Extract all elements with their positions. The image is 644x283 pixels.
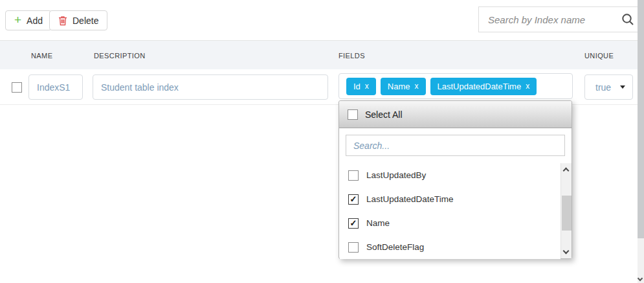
index-name-input[interactable] — [28, 74, 83, 100]
unique-dropdown[interactable]: true — [584, 74, 633, 100]
add-button[interactable]: + Add — [5, 10, 52, 30]
option-checkbox[interactable] — [348, 242, 359, 253]
scroll-up-icon[interactable] — [563, 168, 570, 174]
option-lastupdateddatetime[interactable]: LastUpdatedDateTime — [340, 187, 561, 211]
field-chip-id[interactable]: Id x — [346, 78, 376, 95]
option-checkbox[interactable] — [348, 170, 359, 181]
chip-remove-icon[interactable]: x — [365, 82, 369, 90]
column-header-unique: UNIQUE — [584, 41, 614, 70]
column-header-fields: FIELDS — [339, 41, 365, 70]
chip-remove-icon[interactable]: x — [415, 82, 419, 90]
row-checkbox[interactable] — [12, 82, 22, 93]
column-header-description: DESCRIPTION — [94, 41, 146, 70]
grid-header: NAME DESCRIPTION FIELDS UNIQUE — [0, 40, 638, 69]
field-chip-label: Name — [388, 82, 410, 91]
option-label: Name — [366, 218, 390, 228]
select-all-option[interactable]: Select All — [339, 101, 572, 128]
select-all-checkbox[interactable] — [348, 109, 358, 120]
scroll-down-icon[interactable] — [638, 276, 643, 281]
option-label: SoftDeleteFlag — [366, 242, 424, 252]
index-management-page: + Add Delete NAME DESCRIPTION FIELDS UNI… — [0, 0, 644, 283]
option-lastupdatedby[interactable]: LastUpdatedBy — [340, 163, 561, 187]
option-checkbox[interactable] — [348, 194, 359, 205]
option-checkbox[interactable] — [348, 218, 359, 229]
index-description-input[interactable] — [93, 74, 328, 100]
page-scrollbar-thumb[interactable] — [638, 0, 644, 238]
search-input[interactable] — [479, 7, 621, 32]
unique-dropdown-value: true — [595, 82, 611, 93]
search-icon[interactable] — [621, 12, 635, 27]
option-label: LastUpdatedDateTime — [366, 194, 454, 204]
scroll-down-icon[interactable] — [563, 248, 570, 255]
column-header-name: NAME — [31, 41, 52, 70]
fields-option-list: LastUpdatedBy LastUpdatedDateTime Name S… — [340, 163, 561, 259]
option-name[interactable]: Name — [340, 211, 561, 235]
delete-button-label: Delete — [72, 16, 98, 26]
fields-dropdown-panel: Select All LastUpdatedBy LastUpdatedDate… — [339, 100, 572, 259]
table-row: Id x Name x LastUpdatedDateTime x true — [0, 69, 638, 105]
chip-remove-icon[interactable]: x — [526, 82, 529, 90]
index-search-box — [478, 6, 638, 32]
plus-icon: + — [14, 14, 21, 26]
fields-multiselect[interactable]: Id x Name x LastUpdatedDateTime x — [339, 73, 573, 99]
add-button-label: Add — [27, 16, 43, 26]
dropdown-scrollbar-thumb[interactable] — [562, 196, 572, 231]
delete-button[interactable]: Delete — [49, 10, 107, 30]
field-chip-label: Id — [353, 82, 361, 91]
dropdown-scrollbar[interactable] — [561, 163, 572, 258]
trash-icon — [58, 16, 67, 26]
field-chip-lastupdateddatetime[interactable]: LastUpdatedDateTime x — [430, 78, 537, 95]
select-all-label: Select All — [365, 109, 403, 120]
option-softdeleteflag[interactable]: SoftDeleteFlag — [340, 235, 561, 259]
option-label: LastUpdatedBy — [366, 170, 426, 180]
chevron-down-icon — [620, 85, 625, 89]
field-chip-name[interactable]: Name x — [381, 78, 426, 95]
fields-filter-input[interactable] — [346, 135, 565, 156]
page-scrollbar[interactable] — [638, 0, 644, 283]
field-chip-label: LastUpdatedDateTime — [438, 82, 522, 91]
